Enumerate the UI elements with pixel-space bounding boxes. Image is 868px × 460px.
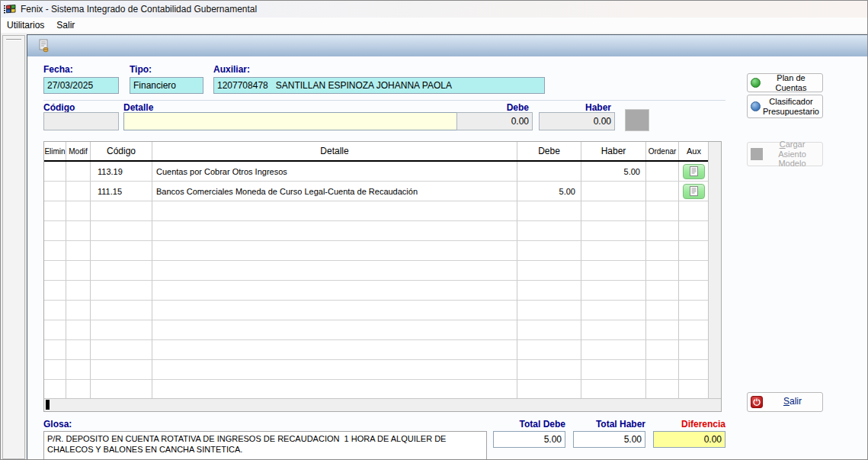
empty-cell[interactable]: [581, 320, 646, 340]
cell-codigo[interactable]: 111.15: [91, 182, 152, 201]
empty-cell[interactable]: [581, 360, 646, 380]
empty-cell[interactable]: [581, 241, 646, 261]
grid-empty-row[interactable]: [44, 281, 709, 301]
cell-detalle[interactable]: Cuentas por Cobrar Otros Ingresos: [152, 162, 517, 182]
grid-empty-row[interactable]: [44, 360, 709, 380]
empty-cell[interactable]: [646, 221, 679, 241]
grid-empty-row[interactable]: [44, 340, 709, 360]
empty-cell[interactable]: [517, 261, 581, 281]
col-header-aux[interactable]: Aux: [679, 142, 709, 160]
clasificador-presupuestario-button[interactable]: Clasificador Presupuestario: [747, 95, 823, 118]
tipo-field[interactable]: Financiero: [130, 77, 203, 94]
cell-detalle[interactable]: Bancos Comerciales Moneda de Curso Legal…: [152, 182, 517, 201]
new-entry-button[interactable]: [35, 37, 53, 54]
empty-cell[interactable]: [581, 340, 646, 360]
salir-button[interactable]: Salir: [747, 392, 823, 412]
empty-cell[interactable]: [152, 320, 517, 340]
empty-cell[interactable]: [91, 261, 152, 281]
glosa-textarea[interactable]: P/R. DEPOSITO EN CUENTA ROTATIVA DE INGR…: [43, 431, 487, 460]
cell-ordenar[interactable]: [646, 182, 679, 201]
cell-haber[interactable]: 5.00: [581, 162, 646, 182]
empty-cell[interactable]: [66, 340, 91, 360]
empty-cell[interactable]: [517, 301, 581, 320]
empty-cell[interactable]: [44, 201, 66, 221]
empty-cell[interactable]: [646, 301, 679, 320]
empty-cell[interactable]: [91, 360, 152, 380]
empty-cell[interactable]: [679, 320, 709, 340]
empty-cell[interactable]: [679, 301, 709, 320]
empty-cell[interactable]: [44, 360, 66, 380]
empty-cell[interactable]: [152, 301, 517, 320]
empty-cell[interactable]: [581, 261, 646, 281]
empty-cell[interactable]: [44, 221, 66, 241]
empty-cell[interactable]: [646, 320, 679, 340]
empty-cell[interactable]: [152, 380, 517, 398]
empty-cell[interactable]: [44, 380, 66, 398]
col-header-elimin[interactable]: Elimin: [44, 142, 66, 160]
left-splitter-panel[interactable]: [2, 35, 25, 459]
grid-empty-row[interactable]: [44, 201, 709, 221]
cell-haber[interactable]: [581, 182, 646, 201]
empty-cell[interactable]: [517, 241, 581, 261]
aux-detail-button[interactable]: [683, 184, 705, 199]
cargar-asiento-modelo-button[interactable]: Cargar Asiento Modelo: [747, 142, 823, 166]
auxiliar-field[interactable]: 1207708478 SANTILLAN ESPINOZA JOHANNA PA…: [213, 77, 545, 94]
grid-vertical-scrollbar[interactable]: [708, 142, 721, 398]
empty-cell[interactable]: [581, 301, 646, 320]
empty-cell[interactable]: [66, 380, 91, 398]
col-header-codigo[interactable]: Código: [91, 142, 152, 160]
plan-de-cuentas-button[interactable]: Plan de Cuentas: [747, 73, 823, 92]
empty-cell[interactable]: [91, 221, 152, 241]
cell-modif[interactable]: [66, 162, 91, 182]
empty-cell[interactable]: [44, 320, 66, 340]
aux-detail-button[interactable]: [683, 164, 705, 179]
empty-cell[interactable]: [66, 261, 91, 281]
col-header-modif[interactable]: Modif: [66, 142, 91, 160]
empty-cell[interactable]: [679, 261, 709, 281]
empty-cell[interactable]: [646, 261, 679, 281]
haber-input[interactable]: 0.00: [539, 112, 615, 130]
fecha-field[interactable]: 27/03/2025: [43, 77, 119, 94]
grid-row[interactable]: 113.19 Cuentas por Cobrar Otros Ingresos…: [44, 162, 709, 182]
empty-cell[interactable]: [152, 241, 517, 261]
debe-input[interactable]: 0.00: [456, 112, 533, 130]
menu-utilitarios[interactable]: Utilitarios: [1, 18, 50, 32]
empty-cell[interactable]: [91, 340, 152, 360]
col-header-ordenar[interactable]: Ordenar: [646, 142, 679, 160]
empty-cell[interactable]: [91, 380, 152, 398]
empty-cell[interactable]: [152, 201, 517, 221]
empty-cell[interactable]: [66, 281, 91, 301]
empty-cell[interactable]: [646, 360, 679, 380]
grid-empty-row[interactable]: [44, 241, 709, 261]
empty-cell[interactable]: [517, 221, 581, 241]
empty-cell[interactable]: [44, 281, 66, 301]
col-header-debe[interactable]: Debe: [517, 142, 581, 160]
empty-cell[interactable]: [66, 221, 91, 241]
grid-empty-row[interactable]: [44, 261, 709, 281]
scrollbar-thumb[interactable]: [46, 400, 50, 410]
empty-cell[interactable]: [679, 360, 709, 380]
empty-cell[interactable]: [679, 201, 709, 221]
empty-cell[interactable]: [679, 221, 709, 241]
grid-empty-row[interactable]: [44, 380, 709, 398]
empty-cell[interactable]: [517, 201, 581, 221]
empty-cell[interactable]: [152, 340, 517, 360]
empty-cell[interactable]: [152, 221, 517, 241]
empty-cell[interactable]: [44, 241, 66, 261]
empty-cell[interactable]: [679, 241, 709, 261]
add-row-button[interactable]: [625, 109, 649, 131]
cell-elimin[interactable]: [44, 162, 66, 182]
empty-cell[interactable]: [66, 201, 91, 221]
empty-cell[interactable]: [44, 261, 66, 281]
empty-cell[interactable]: [646, 201, 679, 221]
empty-cell[interactable]: [646, 281, 679, 301]
empty-cell[interactable]: [581, 380, 646, 398]
empty-cell[interactable]: [66, 360, 91, 380]
empty-cell[interactable]: [517, 380, 581, 398]
grid-horizontal-scrollbar[interactable]: [44, 398, 721, 411]
codigo-input[interactable]: [43, 112, 119, 130]
grid-empty-row[interactable]: [44, 221, 709, 241]
empty-cell[interactable]: [646, 241, 679, 261]
empty-cell[interactable]: [152, 360, 517, 380]
empty-cell[interactable]: [517, 360, 581, 380]
